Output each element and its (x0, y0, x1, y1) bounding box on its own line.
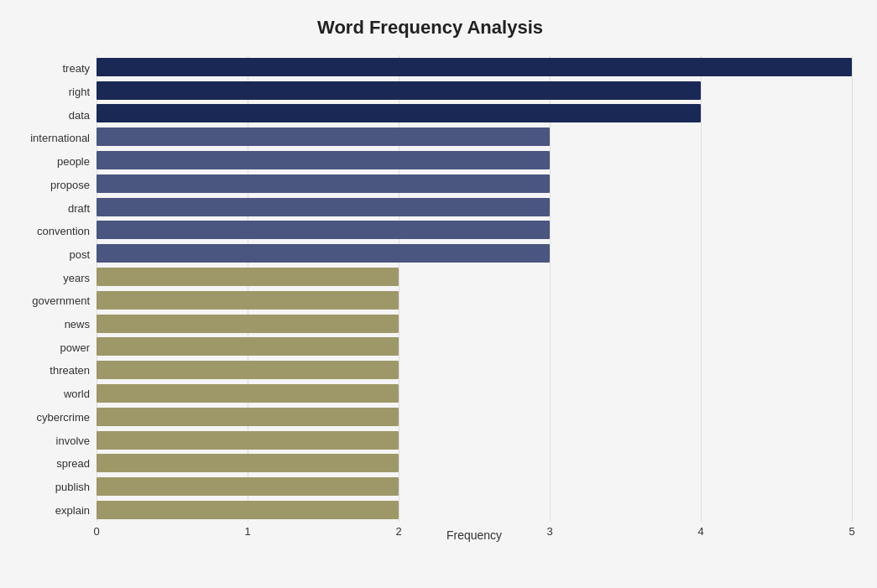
bar-government (97, 291, 399, 310)
y-label: publish (55, 476, 90, 499)
bars-and-grid: 012345 Frequency (97, 55, 852, 542)
bar-power (97, 337, 399, 356)
y-label: post (69, 243, 90, 267)
bar-explain (97, 501, 399, 519)
y-label: international (30, 127, 90, 150)
bar-row (97, 220, 852, 242)
bar-convention (97, 221, 550, 239)
bar-row (97, 196, 852, 218)
y-label: convention (37, 220, 90, 243)
y-label: explain (55, 498, 90, 522)
y-label: propose (50, 174, 90, 197)
y-axis: treatyrightdatainternationalpeoplepropos… (8, 55, 97, 542)
bar-international (97, 127, 550, 146)
bar-row (97, 149, 852, 171)
bar-spread (97, 454, 399, 472)
y-label: people (57, 150, 90, 174)
y-label: years (63, 266, 90, 289)
bar-row (97, 382, 852, 404)
bar-row (97, 80, 852, 101)
y-label: spread (56, 452, 90, 476)
y-label: world (64, 382, 90, 406)
bar-threaten (97, 361, 399, 379)
bar-post (97, 244, 550, 263)
x-axis-label: 5 (848, 525, 854, 538)
bars-list (97, 55, 852, 522)
x-axis-label: 3 (546, 525, 552, 538)
chart-container: Word Frequency Analysis treatyrightdatai… (0, 0, 877, 588)
grid-line (852, 55, 853, 522)
x-axis-label: 2 (395, 525, 401, 538)
chart-area: treatyrightdatainternationalpeoplepropos… (8, 55, 852, 542)
bar-propose (97, 174, 550, 193)
bar-row (97, 336, 852, 358)
chart-title: Word Frequency Analysis (8, 17, 852, 39)
bar-row (97, 499, 852, 521)
bar-right (97, 81, 701, 100)
y-label: treaty (62, 57, 90, 81)
y-label: draft (68, 196, 90, 220)
bar-row (97, 126, 852, 148)
x-axis-label: 1 (244, 525, 250, 538)
bar-row (97, 429, 852, 451)
bar-row (97, 359, 852, 381)
y-label: data (69, 103, 90, 127)
bar-involve (97, 431, 399, 450)
bar-row (97, 103, 852, 125)
bar-row (97, 266, 852, 288)
bar-publish (97, 477, 399, 496)
bar-row (97, 173, 852, 195)
bar-world (97, 384, 399, 403)
y-label: power (60, 336, 90, 359)
y-label: threaten (50, 359, 90, 382)
bar-row (97, 406, 852, 428)
bar-row (97, 289, 852, 311)
y-label: involve (56, 429, 90, 452)
y-label: news (65, 313, 90, 336)
bar-row (97, 313, 852, 335)
y-label: government (32, 289, 90, 313)
y-label: cybercrime (36, 406, 90, 429)
bar-row (97, 453, 852, 475)
x-axis-labels: 012345 (97, 522, 852, 525)
bar-row (97, 242, 852, 264)
x-axis-label: 4 (697, 525, 703, 538)
bar-people (97, 151, 550, 169)
bar-row (97, 476, 852, 497)
bar-draft (97, 198, 550, 216)
bar-cybercrime (97, 408, 399, 426)
bar-treaty (97, 58, 852, 76)
y-label: right (69, 81, 90, 104)
x-axis-title: Frequency (97, 528, 852, 542)
bar-news (97, 315, 399, 333)
x-axis-label: 0 (93, 525, 99, 538)
bar-row (97, 56, 852, 78)
bar-years (97, 268, 399, 286)
bar-data (97, 104, 701, 122)
